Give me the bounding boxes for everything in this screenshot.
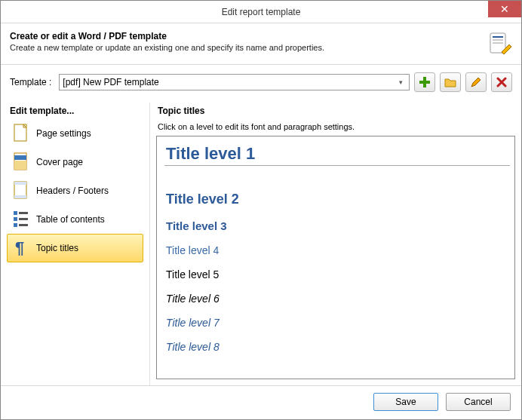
svg-rect-17 [14, 223, 17, 227]
template-select[interactable]: [pdf] New PDF template ▾ [59, 74, 410, 90]
sidebar-item-toc[interactable]: Table of contents [7, 205, 143, 234]
cancel-button[interactable]: Cancel [446, 393, 511, 411]
titlebar: Edit report template ✕ [1, 1, 521, 23]
close-button[interactable]: ✕ [488, 1, 521, 17]
toc-icon [12, 209, 30, 230]
svg-text:¶: ¶ [15, 238, 24, 257]
template-label: Template : [10, 77, 51, 87]
svg-rect-3 [493, 42, 503, 44]
title-level-4[interactable]: Title level 4 [164, 240, 510, 264]
content-panel: Topic titles Click on a level to edit it… [150, 103, 521, 385]
template-edit-icon [488, 31, 512, 55]
template-row: Template : [pdf] New PDF template ▾ [1, 65, 521, 103]
title-level-3[interactable]: Title level 3 [164, 215, 510, 240]
add-template-button[interactable] [414, 72, 435, 92]
sidebar-item-label: Topic titles [36, 243, 78, 253]
sidebar-item-headers-footers[interactable]: Headers / Footers [7, 176, 143, 205]
header-subtitle: Create a new template or update an exist… [10, 43, 482, 52]
title-level-2[interactable]: Title level 2 [164, 187, 510, 215]
body-panel: Edit template... Page settings Cover pag… [1, 103, 521, 386]
save-button[interactable]: Save [373, 393, 438, 411]
edit-template-button[interactable] [465, 72, 487, 92]
content-subtitle: Click on a level to edit its font and pa… [156, 119, 515, 136]
svg-rect-16 [19, 218, 28, 220]
title-level-6[interactable]: Title level 6 [164, 288, 510, 312]
title-level-1[interactable]: Title level 1 [164, 139, 510, 166]
svg-rect-5 [419, 81, 430, 84]
svg-rect-12 [14, 195, 26, 198]
pencil-icon [470, 76, 482, 88]
sidebar: Edit template... Page settings Cover pag… [1, 103, 150, 385]
sidebar-item-label: Headers / Footers [36, 185, 109, 196]
close-icon: ✕ [500, 3, 509, 15]
sidebar-item-label: Table of contents [36, 214, 105, 225]
header-panel: Create or edit a Word / PDF template Cre… [1, 23, 521, 65]
content-title: Topic titles [156, 103, 515, 119]
title-level-5[interactable]: Title level 5 [164, 264, 510, 288]
header-text: Create or edit a Word / PDF template Cre… [10, 31, 482, 52]
chevron-down-icon: ▾ [395, 76, 407, 88]
svg-rect-14 [19, 212, 28, 214]
sidebar-item-cover-page[interactable]: Cover page [7, 148, 143, 176]
x-icon [496, 77, 507, 87]
header-title: Create or edit a Word / PDF template [10, 31, 482, 41]
save-button-label: Save [395, 397, 416, 407]
template-selected-value: [pdf] New PDF template [63, 77, 158, 87]
cover-icon [12, 152, 30, 173]
sidebar-item-page-settings[interactable]: Page settings [7, 119, 143, 148]
header-footer-icon [12, 180, 30, 201]
cancel-button-label: Cancel [464, 397, 492, 407]
sidebar-item-label: Cover page [36, 157, 83, 167]
sidebar-title: Edit template... [7, 103, 143, 119]
pilcrow-icon: ¶ [12, 238, 30, 259]
svg-rect-8 [14, 155, 26, 160]
page-icon [12, 123, 30, 144]
svg-rect-1 [493, 36, 503, 38]
svg-rect-11 [14, 182, 26, 185]
title-level-7[interactable]: Title level 7 [164, 312, 510, 336]
title-level-8[interactable]: Title level 8 [164, 336, 510, 360]
svg-rect-15 [14, 217, 17, 221]
sidebar-item-label: Page settings [36, 128, 91, 139]
levels-list[interactable]: Title level 1 Title level 2 Title level … [156, 136, 515, 379]
add-icon [419, 76, 431, 88]
svg-rect-18 [19, 224, 28, 226]
delete-template-button[interactable] [491, 72, 512, 92]
dialog-footer: Save Cancel [1, 386, 521, 418]
folder-icon [444, 76, 456, 88]
sidebar-item-topic-titles[interactable]: ¶ Topic titles [7, 234, 143, 262]
svg-rect-9 [14, 161, 26, 170]
svg-rect-13 [14, 211, 17, 215]
window-title: Edit report template [1, 7, 521, 17]
open-template-button[interactable] [440, 72, 461, 92]
svg-rect-2 [493, 39, 503, 41]
